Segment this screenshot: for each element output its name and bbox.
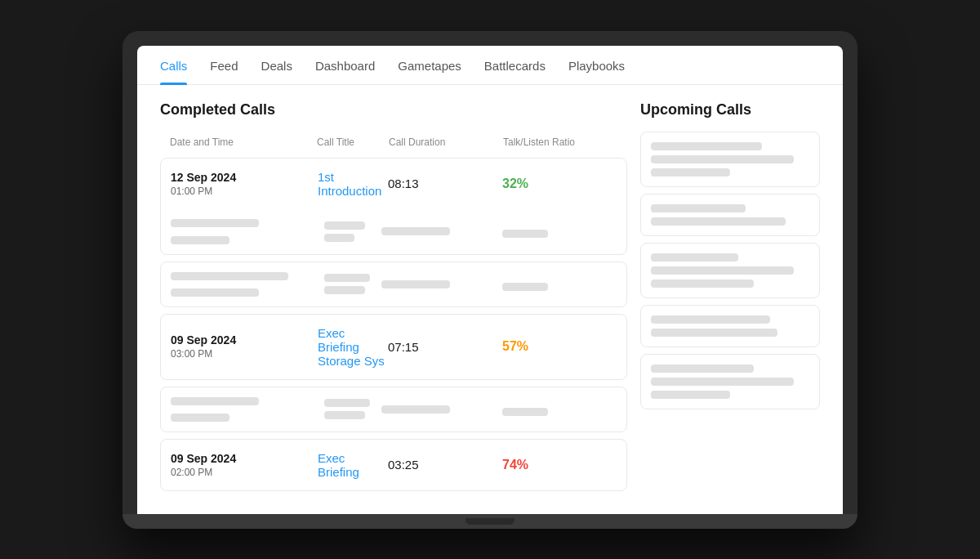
upcoming-item-1	[640, 132, 820, 187]
completed-calls-title: Completed Calls	[160, 101, 627, 119]
skel-block	[324, 274, 370, 282]
tab-playbooks[interactable]: Playbooks	[568, 59, 625, 84]
call-card-2: 09 Sep 2024 03:00 PM Exec Briefing Stora…	[160, 314, 627, 380]
call-card-skeleton-1	[160, 262, 627, 307]
call-date-3: 09 Sep 2024 02:00 PM	[171, 452, 318, 478]
call-date-main-2: 09 Sep 2024	[171, 333, 318, 347]
skel-title-1a	[324, 221, 375, 242]
skel-title-3	[324, 399, 375, 419]
upcoming-item-5	[640, 354, 820, 409]
upcoming-item-4	[640, 305, 820, 347]
skel-date-1a	[171, 219, 318, 244]
call-title-1[interactable]: 1st Introduction	[318, 170, 388, 198]
upcoming-calls-title: Upcoming Calls	[640, 101, 820, 119]
skel-block	[171, 414, 229, 422]
call-duration-3: 03:25	[388, 458, 502, 472]
skel-block	[651, 217, 786, 226]
header-ratio: Talk/Listen Ratio	[503, 136, 617, 148]
call-date-main-1: 12 Sep 2024	[171, 171, 318, 184]
call-row-1: 12 Sep 2024 01:00 PM 1st Introduction 08…	[161, 159, 626, 209]
skel-block	[502, 283, 548, 291]
skel-block	[381, 405, 450, 414]
skel-date-2	[171, 272, 318, 297]
tab-battlecards[interactable]: Battlecards	[484, 59, 546, 84]
skel-block	[651, 155, 794, 163]
header-title: Call Title	[317, 136, 389, 148]
call-date-2: 09 Sep 2024 03:00 PM	[171, 333, 318, 360]
skel-ratio-2	[502, 278, 617, 291]
upcoming-skel-3	[651, 253, 809, 288]
call-ratio-2: 57%	[502, 339, 617, 354]
call-title-2[interactable]: Exec Briefing Storage Sys	[318, 326, 388, 368]
tab-gametapes[interactable]: Gametapes	[398, 59, 461, 84]
skeleton-row-1a	[161, 209, 626, 254]
call-duration-1: 08:13	[388, 177, 502, 190]
skeleton-row-3	[161, 387, 626, 432]
call-time-2: 03:00 PM	[171, 348, 318, 360]
skel-block	[502, 408, 548, 416]
skel-block	[324, 399, 370, 407]
call-time-3: 02:00 PM	[171, 467, 318, 478]
tab-feed[interactable]: Feed	[210, 59, 238, 84]
skel-block	[171, 272, 288, 280]
call-row-3: 09 Sep 2024 02:00 PM Exec Briefing 03:25…	[161, 440, 626, 490]
upcoming-skel-1	[651, 142, 809, 177]
skel-block	[324, 234, 354, 242]
skel-block	[651, 364, 754, 373]
upcoming-skel-4	[651, 315, 809, 337]
skel-block	[651, 329, 777, 337]
upcoming-calls-section: Upcoming Calls	[640, 101, 820, 498]
skel-block	[651, 142, 762, 150]
skel-ratio-1a	[502, 225, 617, 238]
laptop-frame: Calls Feed Deals Dashboard Gametapes Bat…	[122, 31, 858, 529]
skel-block	[502, 230, 548, 238]
skel-block	[324, 286, 365, 294]
tab-dashboard[interactable]: Dashboard	[315, 59, 375, 84]
call-card-skeleton-2	[160, 387, 627, 432]
skel-block	[171, 219, 259, 227]
call-card-1: 12 Sep 2024 01:00 PM 1st Introduction 08…	[160, 158, 627, 255]
skel-block	[171, 236, 229, 244]
skel-block	[651, 266, 794, 275]
skel-block	[651, 253, 738, 262]
nav-tabs: Calls Feed Deals Dashboard Gametapes Bat…	[137, 46, 843, 85]
upcoming-skel-5	[651, 364, 809, 399]
skel-block	[381, 280, 450, 288]
call-duration-2: 07:15	[388, 340, 502, 354]
skel-date-3	[171, 397, 318, 422]
call-row-2: 09 Sep 2024 03:00 PM Exec Briefing Stora…	[161, 315, 626, 379]
header-duration: Call Duration	[389, 136, 503, 148]
skel-block	[324, 411, 365, 419]
skel-block	[651, 280, 754, 288]
skel-block	[651, 391, 730, 399]
call-date-main-3: 09 Sep 2024	[171, 452, 318, 465]
skel-block	[324, 221, 365, 230]
upcoming-item-2	[640, 194, 820, 236]
skeleton-row-2	[161, 262, 626, 306]
call-date-1: 12 Sep 2024 01:00 PM	[171, 171, 318, 197]
laptop-base	[122, 514, 858, 529]
skel-title-2	[324, 274, 375, 294]
tab-deals[interactable]: Deals	[261, 59, 292, 84]
completed-calls-section: Completed Calls Date and Time Call Title…	[160, 101, 627, 498]
skel-block	[651, 378, 794, 386]
skel-dur-1a	[381, 227, 496, 235]
skel-block	[651, 204, 746, 212]
laptop-notch	[466, 518, 514, 525]
content-area: Completed Calls Date and Time Call Title…	[137, 85, 843, 514]
call-time-1: 01:00 PM	[171, 186, 318, 197]
skel-block	[651, 315, 770, 324]
skel-dur-3	[381, 405, 496, 414]
header-date: Date and Time	[170, 136, 317, 148]
table-header: Date and Time Call Title Call Duration T…	[160, 132, 627, 153]
skel-block	[381, 227, 450, 235]
call-title-3[interactable]: Exec Briefing	[318, 451, 388, 479]
skel-block	[651, 168, 730, 177]
call-ratio-3: 74%	[502, 458, 617, 472]
skel-block	[171, 397, 259, 405]
skel-dur-2	[381, 280, 496, 288]
tab-calls[interactable]: Calls	[160, 59, 187, 84]
call-card-3: 09 Sep 2024 02:00 PM Exec Briefing 03:25…	[160, 439, 627, 491]
skel-ratio-3	[502, 403, 617, 416]
laptop-screen: Calls Feed Deals Dashboard Gametapes Bat…	[137, 46, 843, 514]
